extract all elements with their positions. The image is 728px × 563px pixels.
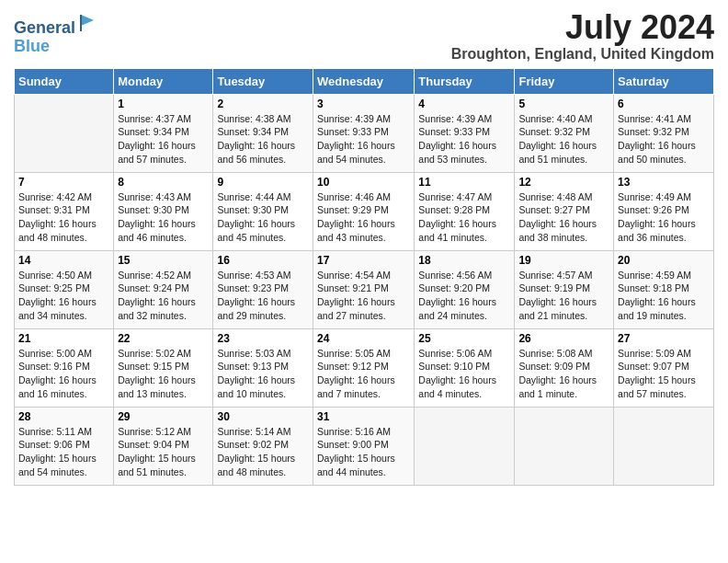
logo-flag-icon: [77, 13, 97, 33]
calendar-day-header: Tuesday: [213, 68, 313, 94]
day-number: 31: [317, 410, 410, 423]
calendar-header-row: SundayMondayTuesdayWednesdayThursdayFrid…: [15, 68, 714, 94]
day-info: Sunrise: 5:14 AMSunset: 9:02 PMDaylight:…: [217, 425, 309, 479]
calendar-day-cell: 13Sunrise: 4:49 AMSunset: 9:26 PMDayligh…: [614, 172, 714, 250]
day-info: Sunrise: 4:47 AMSunset: 9:28 PMDaylight:…: [418, 190, 510, 245]
day-number: 27: [618, 332, 710, 345]
day-number: 15: [118, 254, 209, 267]
day-number: 30: [217, 410, 309, 423]
calendar-day-cell: 17Sunrise: 4:54 AMSunset: 9:21 PMDayligh…: [313, 250, 415, 328]
calendar-day-cell: 30Sunrise: 5:14 AMSunset: 9:02 PMDayligh…: [213, 407, 313, 485]
day-number: 16: [217, 254, 309, 267]
calendar-day-cell: 15Sunrise: 4:52 AMSunset: 9:24 PMDayligh…: [114, 250, 213, 328]
logo-blue: Blue: [14, 37, 50, 55]
day-info: Sunrise: 4:59 AMSunset: 9:18 PMDaylight:…: [618, 269, 710, 323]
day-info: Sunrise: 4:44 AMSunset: 9:30 PMDaylight:…: [217, 190, 309, 245]
calendar-day-cell: 10Sunrise: 4:46 AMSunset: 9:29 PMDayligh…: [313, 172, 415, 250]
day-number: 7: [18, 176, 109, 189]
logo-general: General: [14, 18, 75, 37]
calendar-day-cell: 28Sunrise: 5:11 AMSunset: 9:06 PMDayligh…: [15, 407, 114, 485]
day-number: 11: [418, 176, 510, 189]
calendar-day-cell: [415, 407, 515, 485]
calendar-day-cell: 3Sunrise: 4:39 AMSunset: 9:33 PMDaylight…: [313, 94, 415, 172]
calendar-day-cell: 26Sunrise: 5:08 AMSunset: 9:09 PMDayligh…: [515, 328, 614, 407]
day-info: Sunrise: 4:46 AMSunset: 9:29 PMDaylight:…: [317, 190, 410, 245]
calendar-day-cell: 11Sunrise: 4:47 AMSunset: 9:28 PMDayligh…: [415, 172, 515, 250]
calendar-day-cell: 27Sunrise: 5:09 AMSunset: 9:07 PMDayligh…: [614, 328, 714, 407]
day-number: 13: [618, 176, 710, 189]
calendar-day-cell: 19Sunrise: 4:57 AMSunset: 9:19 PMDayligh…: [515, 250, 614, 328]
calendar-day-cell: 21Sunrise: 5:00 AMSunset: 9:16 PMDayligh…: [15, 328, 114, 407]
calendar-day-header: Wednesday: [313, 68, 415, 94]
calendar-week-row: 28Sunrise: 5:11 AMSunset: 9:06 PMDayligh…: [15, 407, 714, 485]
location-subtitle: Broughton, England, United Kingdom: [451, 46, 714, 63]
day-number: 24: [317, 332, 410, 345]
day-info: Sunrise: 4:52 AMSunset: 9:24 PMDaylight:…: [118, 269, 209, 323]
day-number: 19: [518, 254, 609, 267]
day-info: Sunrise: 4:42 AMSunset: 9:31 PMDaylight:…: [18, 190, 109, 245]
calendar-day-cell: 22Sunrise: 5:02 AMSunset: 9:15 PMDayligh…: [114, 328, 213, 407]
calendar-day-cell: 8Sunrise: 4:43 AMSunset: 9:30 PMDaylight…: [114, 172, 213, 250]
day-info: Sunrise: 5:05 AMSunset: 9:12 PMDaylight:…: [317, 347, 410, 401]
calendar-day-cell: 12Sunrise: 4:48 AMSunset: 9:27 PMDayligh…: [515, 172, 614, 250]
day-number: 4: [418, 98, 510, 110]
day-number: 17: [317, 254, 410, 267]
day-number: 20: [618, 254, 710, 267]
day-number: 6: [618, 98, 710, 110]
day-number: 2: [217, 98, 309, 110]
calendar-day-cell: 2Sunrise: 4:38 AMSunset: 9:34 PMDaylight…: [213, 94, 313, 172]
day-number: 5: [518, 98, 609, 110]
svg-rect-1: [80, 15, 82, 31]
day-number: 3: [317, 98, 410, 110]
calendar-day-cell: 18Sunrise: 4:56 AMSunset: 9:20 PMDayligh…: [415, 250, 515, 328]
day-info: Sunrise: 4:53 AMSunset: 9:23 PMDaylight:…: [217, 269, 309, 323]
day-info: Sunrise: 5:12 AMSunset: 9:04 PMDaylight:…: [118, 425, 209, 479]
calendar-day-cell: 23Sunrise: 5:03 AMSunset: 9:13 PMDayligh…: [213, 328, 313, 407]
day-info: Sunrise: 4:40 AMSunset: 9:32 PMDaylight:…: [518, 112, 609, 167]
calendar-day-header: Sunday: [15, 68, 114, 94]
day-info: Sunrise: 5:09 AMSunset: 9:07 PMDaylight:…: [618, 347, 710, 401]
calendar-day-cell: 24Sunrise: 5:05 AMSunset: 9:12 PMDayligh…: [313, 328, 415, 407]
calendar-day-cell: 20Sunrise: 4:59 AMSunset: 9:18 PMDayligh…: [614, 250, 714, 328]
day-number: 1: [118, 98, 209, 110]
calendar-day-cell: 7Sunrise: 4:42 AMSunset: 9:31 PMDaylight…: [15, 172, 114, 250]
title-area: July 2024 Broughton, England, United Kin…: [451, 9, 714, 63]
day-number: 12: [518, 176, 609, 189]
calendar-day-header: Friday: [515, 68, 614, 94]
day-number: 28: [18, 410, 109, 423]
day-info: Sunrise: 4:54 AMSunset: 9:21 PMDaylight:…: [317, 269, 410, 323]
day-number: 8: [118, 176, 209, 189]
day-number: 9: [217, 176, 309, 189]
calendar-week-row: 1Sunrise: 4:37 AMSunset: 9:34 PMDaylight…: [15, 94, 714, 172]
page-header: General Blue July 2024 Broughton, Englan…: [14, 9, 714, 63]
calendar-day-cell: 9Sunrise: 4:44 AMSunset: 9:30 PMDaylight…: [213, 172, 313, 250]
day-info: Sunrise: 4:49 AMSunset: 9:26 PMDaylight:…: [618, 190, 710, 245]
day-info: Sunrise: 5:16 AMSunset: 9:00 PMDaylight:…: [317, 425, 410, 479]
day-info: Sunrise: 4:50 AMSunset: 9:25 PMDaylight:…: [18, 269, 109, 323]
calendar-day-cell: 1Sunrise: 4:37 AMSunset: 9:34 PMDaylight…: [114, 94, 213, 172]
calendar-day-cell: 5Sunrise: 4:40 AMSunset: 9:32 PMDaylight…: [515, 94, 614, 172]
day-number: 10: [317, 176, 410, 189]
calendar-day-cell: 14Sunrise: 4:50 AMSunset: 9:25 PMDayligh…: [15, 250, 114, 328]
calendar-day-cell: 29Sunrise: 5:12 AMSunset: 9:04 PMDayligh…: [114, 407, 213, 485]
day-info: Sunrise: 4:57 AMSunset: 9:19 PMDaylight:…: [518, 269, 609, 323]
calendar-day-cell: 6Sunrise: 4:41 AMSunset: 9:32 PMDaylight…: [614, 94, 714, 172]
day-number: 22: [118, 332, 209, 345]
day-number: 14: [18, 254, 109, 267]
day-info: Sunrise: 5:03 AMSunset: 9:13 PMDaylight:…: [217, 347, 309, 401]
day-number: 29: [118, 410, 209, 423]
calendar-week-row: 21Sunrise: 5:00 AMSunset: 9:16 PMDayligh…: [15, 328, 714, 407]
day-info: Sunrise: 4:41 AMSunset: 9:32 PMDaylight:…: [618, 112, 710, 167]
day-info: Sunrise: 4:56 AMSunset: 9:20 PMDaylight:…: [418, 269, 510, 323]
calendar-day-cell: [515, 407, 614, 485]
day-number: 23: [217, 332, 309, 345]
day-info: Sunrise: 5:06 AMSunset: 9:10 PMDaylight:…: [418, 347, 510, 401]
day-info: Sunrise: 5:08 AMSunset: 9:09 PMDaylight:…: [518, 347, 609, 401]
calendar-day-header: Monday: [114, 68, 213, 94]
day-info: Sunrise: 4:37 AMSunset: 9:34 PMDaylight:…: [118, 112, 209, 167]
calendar-day-cell: 16Sunrise: 4:53 AMSunset: 9:23 PMDayligh…: [213, 250, 313, 328]
day-number: 21: [18, 332, 109, 345]
day-info: Sunrise: 5:11 AMSunset: 9:06 PMDaylight:…: [18, 425, 109, 479]
svg-marker-0: [81, 15, 94, 26]
logo: General Blue: [14, 13, 97, 56]
